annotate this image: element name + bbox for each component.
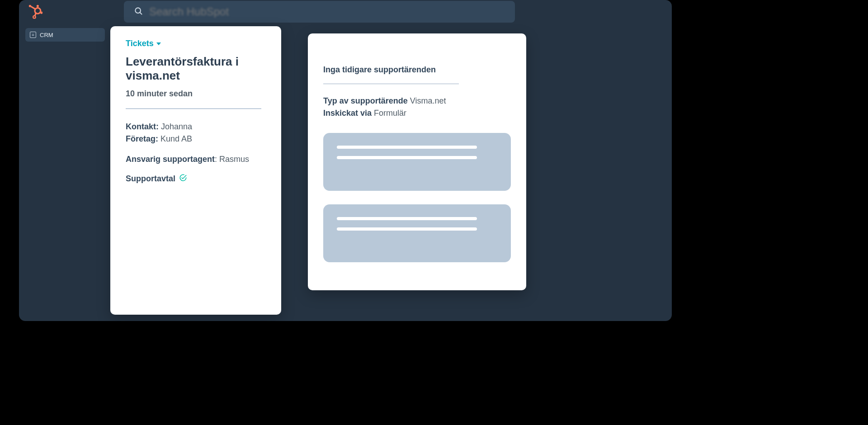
ticket-context-card: Inga tidigare supportärenden Typ av supp… <box>308 33 526 290</box>
ticket-detail-card: Tickets Leverantörsfaktura i visma.net 1… <box>110 26 281 315</box>
svg-line-10 <box>140 13 142 14</box>
sidebar-item-crm[interactable]: ≡ CRM <box>25 28 105 42</box>
support-agreement-label: Supportavtal <box>126 174 175 184</box>
skeleton-placeholder <box>323 133 511 191</box>
global-search[interactable] <box>124 1 515 23</box>
ticket-submitted-via: Inskickat via Formulär <box>323 107 511 119</box>
hubspot-logo-icon <box>27 4 42 19</box>
ticket-title: Leverantörsfaktura i visma.net <box>126 55 266 83</box>
svg-point-1 <box>37 5 39 7</box>
skeleton-placeholder <box>323 204 511 262</box>
topbar <box>19 0 672 24</box>
skeleton-line <box>337 156 477 159</box>
skeleton-line <box>337 217 477 220</box>
tickets-dropdown[interactable]: Tickets <box>126 39 266 48</box>
support-agreement: Supportavtal <box>126 174 266 184</box>
no-previous-tickets: Inga tidigare supportärenden <box>323 65 511 75</box>
app-shell: ≡ CRM Tickets Leverantörsfaktura i visma… <box>19 0 672 321</box>
ticket-type: Typ av supportärende Visma.net <box>323 95 511 107</box>
checkmark-circle-icon <box>179 174 187 184</box>
ticket-company: Företag: Kund AB <box>126 133 266 145</box>
sidebar: ≡ CRM <box>25 26 105 315</box>
skeleton-line <box>337 227 477 231</box>
sidebar-item-label: CRM <box>40 32 53 38</box>
svg-line-8 <box>35 13 36 16</box>
ticket-agent: Ansvarig supportagent: Rasmus <box>126 153 266 165</box>
divider <box>126 109 261 109</box>
ticket-contact: Kontakt: Johanna <box>126 121 266 133</box>
skeleton-line <box>337 146 477 149</box>
tickets-dropdown-label: Tickets <box>126 39 154 48</box>
search-input[interactable] <box>149 5 505 18</box>
chevron-down-icon <box>156 42 161 45</box>
ticket-time: 10 minuter sedan <box>126 89 266 99</box>
search-icon <box>134 6 143 17</box>
crm-icon: ≡ <box>30 32 36 38</box>
divider <box>323 84 459 84</box>
svg-line-7 <box>31 6 36 9</box>
svg-line-6 <box>40 12 41 13</box>
